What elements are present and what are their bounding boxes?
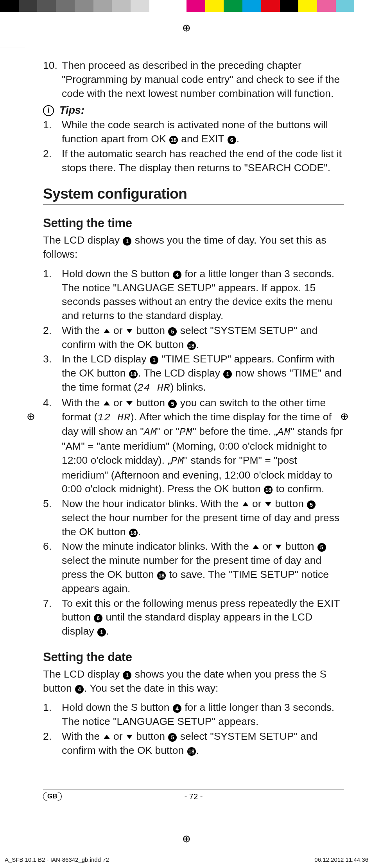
color-swatch: [37, 0, 56, 12]
language-badge: GB: [43, 792, 62, 801]
list-text: With the or button 5 select "SYSTEM SETU…: [62, 730, 344, 758]
list-item: 2.With the or button 5 select "SYSTEM SE…: [43, 324, 344, 352]
subsection-heading: Setting the time: [43, 216, 344, 230]
list-text: In the LCD display 1 "TIME SETUP" appear…: [62, 352, 344, 395]
color-swatch: [186, 0, 205, 12]
info-icon: i: [43, 105, 54, 116]
list-text: With the or button 5 select "SYSTEM SETU…: [62, 324, 344, 352]
callout-number-icon: 5: [168, 327, 177, 336]
list-number: 2.: [43, 730, 62, 758]
list-item: 1.Hold down the S button 4 for a little …: [43, 267, 344, 323]
list-text: To exit this or the following menus pres…: [62, 597, 344, 638]
tips-item: 2. If the automatic search has reached t…: [43, 147, 344, 175]
color-swatch: [261, 0, 280, 12]
callout-number-icon: 18: [157, 571, 166, 580]
callout-number-icon: 18: [187, 747, 196, 756]
intro-paragraph: The LCD display 1 shows you the time of …: [43, 233, 344, 262]
page-footer: GB - 72 -: [43, 789, 344, 801]
subsection-heading: Setting the date: [43, 650, 344, 664]
color-swatch: [336, 0, 355, 12]
list-number: 10.: [43, 59, 62, 100]
callout-number-icon: 4: [173, 271, 181, 279]
arrow-down-icon: [275, 545, 282, 549]
arrow-up-icon: [104, 329, 110, 333]
list-text: Now the minute indicator blinks. With th…: [62, 540, 344, 595]
section-heading: System configuration: [43, 186, 344, 204]
continued-list-item: 10. Then proceed as described in the pre…: [43, 59, 344, 100]
list-number: 1.: [43, 267, 62, 323]
print-slug-line: A_SFB 10.1 B2 - IAN-86342_gb.indd 72 06.…: [0, 856, 373, 863]
arrow-down-icon: [126, 329, 133, 333]
list-item: 2.With the or button 5 select "SYSTEM SE…: [43, 730, 344, 758]
segment-display-text: 24 HR: [137, 382, 170, 394]
slug-filename: A_SFB 10.1 B2 - IAN-86342_gb.indd 72: [5, 856, 109, 863]
date-steps-list: 1.Hold down the S button 4 for a little …: [43, 701, 344, 757]
callout-number-icon: 5: [168, 733, 177, 742]
callout-number-icon: 5: [168, 400, 177, 408]
page-number: - 72 -: [185, 792, 203, 801]
print-color-bar: [0, 0, 373, 12]
callout-number-icon: 6: [94, 614, 102, 622]
list-text: Then proceed as described in the precedi…: [62, 59, 344, 100]
list-text: If the automatic search has reached the …: [62, 147, 344, 175]
registration-mark-icon: ⊕: [182, 833, 191, 845]
list-text: While the code search is activated none …: [62, 118, 344, 146]
list-text: Now the hour indicator blinks. With the …: [62, 497, 344, 539]
callout-number-icon: 5: [317, 543, 326, 552]
callout-number-icon: 1: [97, 628, 106, 637]
color-swatch: [317, 0, 336, 12]
list-text: Hold down the S button 4 for a little lo…: [62, 701, 344, 729]
arrow-up-icon: [104, 735, 110, 739]
callout-number-icon: 4: [75, 685, 84, 694]
arrow-down-icon: [126, 735, 133, 739]
trim-line: [0, 47, 25, 47]
callout-number-icon: 4: [173, 704, 181, 713]
callout-number-icon: 18: [187, 341, 196, 350]
list-item: 5.Now the hour indicator blinks. With th…: [43, 497, 344, 539]
tips-list: 1. While the code search is activated no…: [43, 118, 344, 175]
color-swatch: [75, 0, 93, 12]
callout-number-icon: 1: [150, 356, 158, 364]
arrow-down-icon: [126, 401, 133, 405]
slug-timestamp: 06.12.2012 11:44:36: [314, 856, 368, 863]
color-swatch: [224, 0, 242, 12]
list-number: 2.: [43, 324, 62, 352]
list-number: 6.: [43, 540, 62, 595]
list-item: 7.To exit this or the following menus pr…: [43, 597, 344, 638]
callout-number-icon: 6: [228, 136, 236, 144]
tips-label: Tips:: [59, 104, 84, 117]
list-text: With the or button 5 you can switch to t…: [62, 396, 344, 496]
segment-display-text: AM: [278, 426, 291, 438]
registration-mark-icon: ⊕: [182, 22, 191, 34]
callout-number-icon: 5: [307, 500, 316, 509]
tips-heading: i Tips:: [43, 104, 344, 117]
list-number: 2.: [43, 147, 62, 175]
color-swatch: [93, 0, 112, 12]
callout-number-icon: 1: [223, 370, 232, 378]
segment-display-text: PM: [179, 426, 193, 438]
callout-number-icon: 1: [123, 237, 131, 246]
callout-number-icon: 18: [169, 136, 178, 144]
callout-number-icon: 1: [123, 671, 131, 680]
list-item: 4.With the or button 5 you can switch to…: [43, 396, 344, 496]
list-number: 7.: [43, 597, 62, 638]
color-swatch: [354, 0, 373, 12]
page-content: 10. Then proceed as described in the pre…: [43, 59, 344, 758]
arrow-up-icon: [104, 401, 110, 405]
callout-number-icon: 18: [129, 370, 138, 378]
list-item: 1.Hold down the S button 4 for a little …: [43, 701, 344, 729]
color-swatch: [112, 0, 131, 12]
list-number: 3.: [43, 352, 62, 395]
list-number: 1.: [43, 118, 62, 146]
color-swatch: [0, 0, 19, 12]
color-swatch: [280, 0, 299, 12]
color-swatch: [242, 0, 261, 12]
list-item: 3.In the LCD display 1 "TIME SETUP" appe…: [43, 352, 344, 395]
callout-number-icon: 18: [264, 486, 273, 494]
list-number: 4.: [43, 396, 62, 496]
list-item: 6.Now the minute indicator blinks. With …: [43, 540, 344, 595]
segment-display-text: AM: [144, 426, 157, 438]
list-number: 1.: [43, 701, 62, 729]
list-number: 5.: [43, 497, 62, 539]
color-swatch: [205, 0, 224, 12]
